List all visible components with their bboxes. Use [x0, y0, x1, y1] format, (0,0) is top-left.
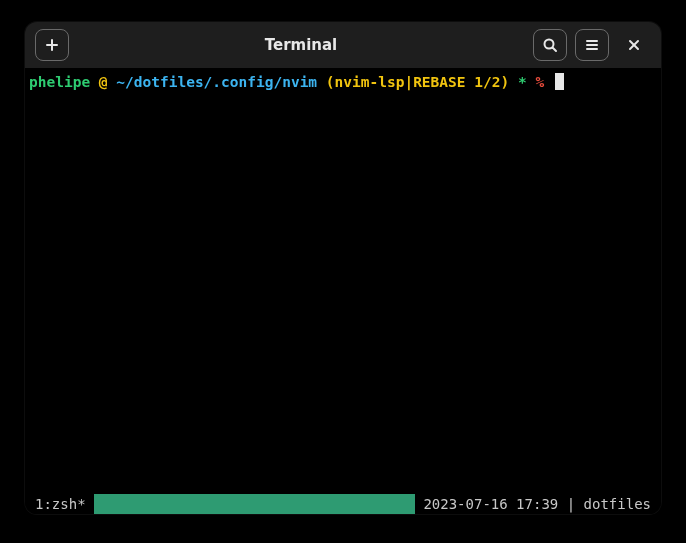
- terminal-viewport[interactable]: phelipe @ ~/dotfiles/.config/nvim (nvim-…: [25, 68, 661, 494]
- tmux-statusbar: 1:zsh* 2023-07-16 17:39 | dotfiles: [25, 494, 661, 514]
- status-sep: |: [558, 496, 583, 512]
- status-right: 2023-07-16 17:39 | dotfiles: [423, 494, 661, 514]
- plus-icon: [44, 37, 60, 53]
- titlebar: Terminal: [25, 22, 661, 68]
- search-icon: [542, 37, 558, 53]
- prompt-branch: (nvim-lsp|REBASE 1/2): [326, 74, 509, 90]
- prompt-at: @: [99, 74, 108, 90]
- svg-line-3: [553, 48, 557, 52]
- status-window-list[interactable]: 1:zsh*: [25, 494, 94, 514]
- new-tab-button[interactable]: [35, 29, 69, 61]
- prompt-path: ~/dotfiles/.config/nvim: [116, 74, 317, 90]
- menu-button[interactable]: [575, 29, 609, 61]
- prompt-dirty-indicator: *: [518, 74, 527, 90]
- status-datetime: 2023-07-16 17:39: [423, 496, 558, 512]
- close-button[interactable]: [617, 29, 651, 61]
- cursor: [555, 73, 564, 90]
- terminal-window: Terminal phelipe @ ~/dotfiles/.config/nv…: [25, 22, 661, 514]
- close-icon: [627, 38, 641, 52]
- search-button[interactable]: [533, 29, 567, 61]
- prompt-line: phelipe @ ~/dotfiles/.config/nvim (nvim-…: [29, 72, 657, 92]
- hamburger-icon: [584, 37, 600, 53]
- prompt-sigil: %: [535, 74, 544, 90]
- prompt-user: phelipe: [29, 74, 90, 90]
- window-title: Terminal: [77, 36, 525, 54]
- status-session: dotfiles: [584, 496, 651, 512]
- status-fill: [94, 494, 416, 514]
